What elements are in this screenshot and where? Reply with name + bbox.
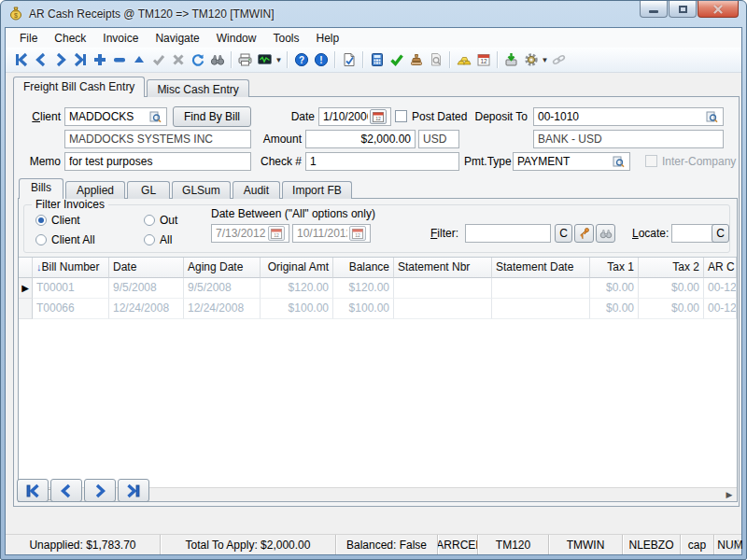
locate-clear-button[interactable]: C [712, 224, 729, 243]
terminal-icon[interactable] [255, 50, 275, 70]
grid-row-1[interactable]: ▶ T00001 9/5/2008 9/5/2008 $120.00 $120.… [19, 278, 737, 299]
memo-input[interactable]: for test purposes [64, 152, 251, 171]
help-icon[interactable]: ? [291, 50, 311, 70]
deposit-to-input[interactable]: 00-1010 [533, 107, 724, 126]
menu-help[interactable]: Help [307, 29, 347, 48]
amount-input[interactable]: $2,000.00 [305, 130, 416, 148]
cell-tax-1[interactable]: $0.00 [590, 299, 639, 319]
cell-original-amt[interactable]: $120.00 [261, 278, 333, 299]
menu-window[interactable]: Window [208, 29, 265, 48]
notes-icon[interactable] [339, 50, 359, 70]
tab-freight-bill-cash-entry[interactable]: Freight Bill Cash Entry [13, 77, 145, 97]
menu-navigate[interactable]: Navigate [147, 29, 207, 48]
next-record-icon[interactable] [50, 50, 70, 70]
cell-ar-c[interactable]: 00-12 [704, 278, 737, 299]
date-from-input[interactable]: 7/13/2012 12 [211, 224, 289, 243]
radio-all[interactable]: All [144, 233, 172, 246]
column-original-amt[interactable]: Original Amt [261, 258, 333, 278]
settings-dropdown-icon[interactable]: ▼ [541, 50, 549, 70]
calendar-icon[interactable]: 12 [473, 50, 493, 70]
radio-client-all-button[interactable] [35, 234, 47, 245]
settings-gear-icon[interactable] [521, 50, 541, 70]
menu-invoice[interactable]: Invoice [94, 29, 147, 48]
radio-all-button[interactable] [144, 234, 155, 245]
minimize-button[interactable] [640, 1, 668, 18]
column-balance[interactable]: Balance [333, 258, 394, 278]
insert-record-icon[interactable] [90, 50, 109, 70]
cell-date[interactable]: 12/24/2008 [109, 299, 184, 319]
client-input[interactable]: MADDOCKS [64, 107, 167, 126]
tab-glsum[interactable]: GLSum [172, 181, 231, 199]
cell-tax-1[interactable]: $0.00 [590, 278, 639, 299]
date-from-calendar-button[interactable]: 12 [268, 226, 285, 241]
menu-tools[interactable]: Tools [264, 29, 307, 48]
radio-out-button[interactable] [144, 215, 155, 226]
find-binoculars-icon[interactable] [207, 50, 227, 70]
filter-clear-button[interactable]: C [555, 224, 572, 243]
date-to-input[interactable]: 10/11/2012 12 [292, 224, 371, 243]
stamp-icon[interactable] [406, 50, 426, 70]
print-icon[interactable] [235, 50, 255, 70]
cell-date[interactable]: 9/5/2008 [109, 278, 184, 299]
first-record-icon[interactable] [11, 50, 31, 70]
post-dated-checkbox-box[interactable] [395, 110, 407, 122]
link-icon[interactable] [549, 50, 569, 70]
column-statement-nbr[interactable]: Statement Nbr [394, 258, 492, 278]
cancel-record-icon[interactable] [168, 50, 188, 70]
delete-record-icon[interactable] [109, 50, 129, 70]
column-bill-number[interactable]: ↓Bill Number [33, 258, 109, 278]
date-calendar-button[interactable]: 12 [370, 109, 387, 124]
terminal-dropdown-icon[interactable]: ▼ [275, 50, 283, 70]
prior-record-icon[interactable] [31, 50, 50, 70]
menu-check[interactable]: Check [46, 29, 94, 48]
cell-balance[interactable]: $100.00 [333, 299, 394, 319]
filter-input[interactable] [465, 224, 551, 243]
post-record-icon[interactable] [148, 50, 168, 70]
filter-find-button[interactable] [596, 224, 615, 243]
pmt-type-lookup-icon[interactable] [612, 155, 626, 169]
deposit-lookup-icon[interactable] [705, 110, 719, 124]
column-aging-date[interactable]: Aging Date [184, 258, 261, 278]
approve-check-icon[interactable] [387, 50, 406, 70]
column-tax-1[interactable]: Tax 1 [590, 258, 639, 278]
nav-next-button[interactable] [84, 479, 116, 502]
radio-client[interactable]: Client [35, 214, 80, 227]
date-to-calendar-button[interactable]: 12 [349, 226, 366, 241]
find-by-bill-button[interactable]: Find By Bill [173, 106, 251, 127]
cell-statement-date[interactable] [492, 299, 590, 319]
close-button[interactable] [698, 1, 739, 18]
cell-statement-date[interactable] [492, 278, 590, 299]
pmt-type-input[interactable]: PAYMENT [513, 152, 630, 171]
nav-last-button[interactable] [118, 479, 149, 502]
refresh-icon[interactable] [188, 50, 207, 70]
cell-statement-nbr[interactable] [394, 278, 492, 299]
filter-apply-button[interactable] [574, 224, 594, 243]
radio-out[interactable]: Out [144, 214, 177, 227]
column-tax-2[interactable]: Tax 2 [639, 258, 704, 278]
info-icon[interactable]: ! [311, 50, 331, 70]
post-dated-checkbox[interactable]: Post Dated [395, 109, 467, 123]
cell-ar-c[interactable]: 00-12 [704, 299, 737, 319]
last-record-icon[interactable] [70, 50, 90, 70]
tab-import-fb[interactable]: Import FB [282, 181, 352, 199]
menu-file[interactable]: File [11, 29, 46, 48]
nav-prior-button[interactable] [50, 479, 82, 502]
check-number-input[interactable]: 1 [305, 152, 459, 171]
tab-audit[interactable]: Audit [233, 181, 280, 199]
export-print-icon[interactable] [501, 50, 521, 70]
cell-statement-nbr[interactable] [394, 299, 492, 319]
tab-misc-cash-entry[interactable]: Misc Cash Entry [147, 79, 248, 97]
tab-bills[interactable]: Bills [19, 178, 63, 199]
cell-balance[interactable]: $120.00 [333, 278, 394, 299]
cell-bill-number[interactable]: T00066 [33, 299, 109, 319]
calculator-icon[interactable] [367, 50, 387, 70]
column-date[interactable]: Date [109, 258, 184, 278]
cell-bill-number[interactable]: T00001 [33, 278, 109, 299]
cell-tax-2[interactable]: $0.00 [639, 299, 704, 319]
radio-client-all[interactable]: Client All [35, 233, 95, 246]
tab-gl[interactable]: GL [127, 181, 170, 199]
cell-aging-date[interactable]: 9/5/2008 [184, 278, 261, 299]
column-ar-c[interactable]: AR C [704, 258, 737, 278]
grid-row-2[interactable]: T00066 12/24/2008 12/24/2008 $100.00 $10… [19, 299, 737, 319]
gold-bars-icon[interactable] [454, 50, 473, 70]
